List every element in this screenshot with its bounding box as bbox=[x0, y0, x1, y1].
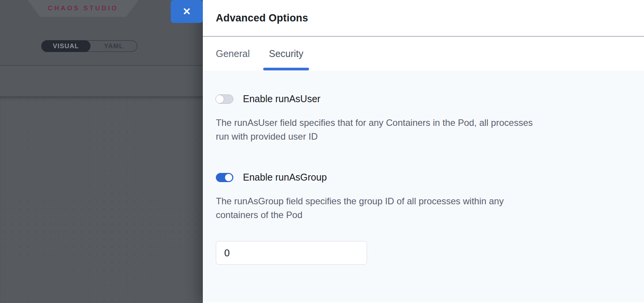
advanced-options-drawer: Advanced Options General Security Enable… bbox=[203, 0, 644, 303]
drawer-header: Advanced Options bbox=[203, 0, 644, 37]
security-tab-content: Enable runAsUser The runAsUser field spe… bbox=[203, 70, 644, 302]
runasuser-toggle-row: Enable runAsUser bbox=[216, 93, 631, 104]
runasgroup-description: The runAsGroup field specifies the group… bbox=[216, 194, 613, 222]
runasgroup-toggle-row: Enable runAsGroup bbox=[216, 172, 631, 183]
chaos-studio-logo-text: CHAOS STUDIO bbox=[48, 5, 118, 12]
runasuser-toggle-label: Enable runAsUser bbox=[243, 93, 320, 104]
visual-mode-label: VISUAL bbox=[53, 42, 79, 50]
chaos-studio-background: CHAOS STUDIO VISUAL YAML bbox=[0, 0, 203, 303]
runasgroup-toggle-knob bbox=[225, 174, 232, 181]
dot-grid-canvas[interactable] bbox=[0, 96, 203, 303]
canvas-toolbar-strip bbox=[0, 66, 203, 96]
runasuser-toggle-knob bbox=[215, 94, 224, 103]
tab-security-label: Security bbox=[269, 48, 303, 59]
runasgroup-value-input[interactable] bbox=[216, 241, 367, 265]
runasgroup-section: Enable runAsGroup The runAsGroup field s… bbox=[216, 172, 631, 265]
tab-security[interactable]: Security bbox=[263, 37, 309, 70]
runasuser-description: The runAsUser field specifies that for a… bbox=[216, 116, 613, 143]
close-drawer-button[interactable]: ✕ bbox=[171, 0, 203, 23]
runasgroup-toggle-label: Enable runAsGroup bbox=[243, 172, 327, 183]
yaml-mode-tab[interactable]: YAML bbox=[91, 41, 137, 51]
yaml-mode-label: YAML bbox=[104, 42, 123, 50]
runasuser-section: Enable runAsUser The runAsUser field spe… bbox=[216, 93, 631, 143]
drawer-title: Advanced Options bbox=[216, 12, 308, 24]
runasgroup-toggle[interactable] bbox=[216, 173, 233, 182]
drawer-tabs: General Security bbox=[203, 37, 644, 70]
tab-general-label: General bbox=[216, 48, 250, 59]
tab-general[interactable]: General bbox=[210, 37, 256, 70]
runasuser-toggle[interactable] bbox=[216, 94, 233, 104]
visual-mode-tab[interactable]: VISUAL bbox=[41, 40, 91, 52]
close-icon: ✕ bbox=[183, 7, 191, 16]
visual-yaml-segmented-control: VISUAL YAML bbox=[41, 40, 138, 52]
app-screen: CHAOS STUDIO VISUAL YAML ✕ Advanced Opti… bbox=[0, 0, 644, 303]
chaos-studio-logo: CHAOS STUDIO bbox=[28, 0, 139, 17]
